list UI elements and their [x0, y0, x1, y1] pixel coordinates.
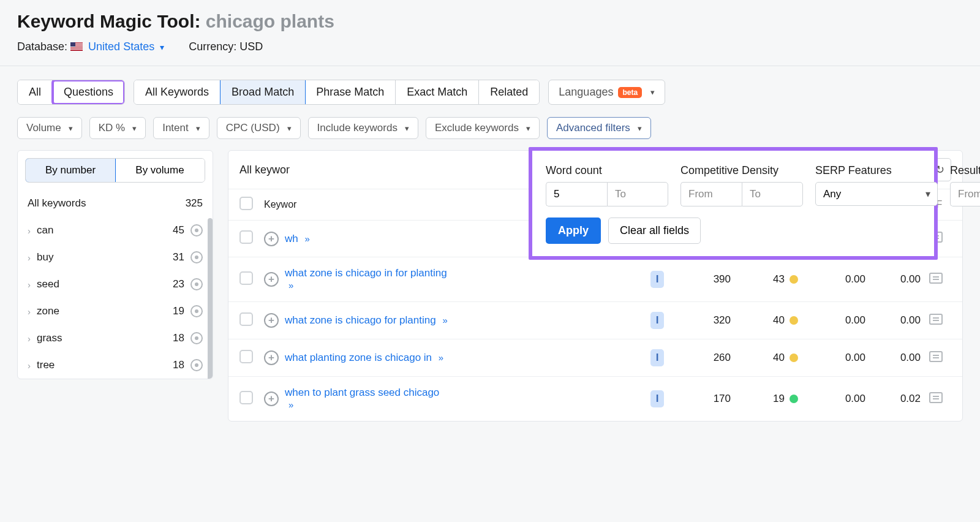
results-from[interactable] — [950, 182, 980, 206]
tab-all-keywords[interactable]: All Keywords — [134, 80, 221, 104]
filter-intent[interactable]: Intent▾ — [153, 117, 209, 139]
tab-exact-match[interactable]: Exact Match — [396, 80, 479, 104]
tab-phrase-match[interactable]: Phrase Match — [305, 80, 396, 104]
sidebar-item-label: zone — [37, 305, 59, 317]
cell-com: 0.00 — [865, 273, 921, 286]
eye-icon[interactable] — [190, 251, 203, 263]
scrollbar[interactable] — [208, 218, 213, 379]
filter-include-keywords[interactable]: Include keywords▾ — [308, 117, 418, 139]
filter-row-1: All Questions All Keywords Broad Match P… — [0, 66, 980, 111]
sidebar-all-keywords[interactable]: All keywords 325 — [18, 190, 213, 217]
sort-by-volume[interactable]: By volume — [115, 159, 205, 182]
languages-dropdown[interactable]: Languages beta ▾ — [548, 80, 665, 105]
eye-icon[interactable] — [190, 224, 203, 236]
row-checkbox[interactable] — [239, 391, 253, 404]
sidebar-item[interactable]: › can 45 — [18, 217, 213, 244]
chevron-down-icon: ▾ — [526, 124, 530, 133]
double-chevron-icon: » — [442, 315, 447, 325]
main-title: All keywor — [239, 164, 290, 176]
database-selector[interactable]: Database: United States ▾ — [17, 40, 164, 53]
sort-by-number[interactable]: By number — [25, 158, 116, 183]
languages-label: Languages — [559, 86, 613, 99]
serp-feature-icon[interactable] — [929, 273, 943, 284]
chevron-down-icon: ▾ — [650, 88, 655, 97]
word-count-to[interactable] — [607, 182, 668, 206]
eye-icon[interactable] — [190, 332, 203, 344]
filter-volume[interactable]: Volume▾ — [17, 117, 82, 139]
expand-icon[interactable]: + — [264, 350, 279, 365]
serp-feature-icon[interactable] — [929, 392, 943, 403]
cell-volume: 170 — [676, 393, 731, 405]
competitive-from[interactable] — [680, 182, 742, 206]
sidebar-item-count: 31 — [173, 251, 184, 263]
row-checkbox[interactable] — [239, 350, 253, 363]
filter-exclude-keywords[interactable]: Exclude keywords▾ — [426, 117, 540, 139]
header-meta: Database: United States ▾ Currency: USD — [17, 40, 963, 53]
chevron-down-icon: ▾ — [638, 124, 642, 133]
cell-cpc: 0.00 — [798, 352, 865, 364]
select-all-checkbox[interactable] — [239, 197, 253, 210]
filter-kd[interactable]: KD %▾ — [89, 117, 146, 139]
main-panel: All keywor list ↻ Keywor om. SF + wh » .… — [228, 150, 963, 422]
double-chevron-icon: » — [439, 352, 443, 363]
sidebar-item[interactable]: › tree 18 — [18, 352, 213, 379]
word-count-from[interactable] — [546, 182, 607, 206]
sidebar-item-count: 19 — [173, 305, 184, 317]
competitive-density-group: Competitive Density — [680, 164, 803, 206]
filter-cpc[interactable]: CPC (USD)▾ — [217, 117, 301, 139]
chevron-down-icon: ▾ — [287, 124, 292, 133]
eye-icon[interactable] — [190, 278, 203, 290]
sidebar-item[interactable]: › zone 19 — [18, 298, 213, 325]
expand-icon[interactable]: + — [264, 313, 279, 328]
keyword-link[interactable]: when to plant grass seed chicago» — [285, 387, 439, 411]
sidebar-item-count: 18 — [173, 332, 184, 344]
tab-questions[interactable]: Questions — [53, 80, 124, 104]
tab-all[interactable]: All — [18, 80, 53, 104]
tab-broad-match[interactable]: Broad Match — [220, 80, 306, 105]
keyword-link[interactable]: what zone is chicago in for planting» — [285, 267, 447, 292]
sidebar-item[interactable]: › buy 31 — [18, 244, 213, 271]
kd-dot-icon — [790, 354, 798, 362]
expand-icon[interactable]: + — [264, 392, 279, 406]
row-checkbox[interactable] — [239, 230, 253, 244]
row-checkbox[interactable] — [239, 271, 253, 285]
eye-icon[interactable] — [190, 305, 203, 317]
cell-com: 0.00 — [865, 314, 921, 327]
cell-com: 0.00 — [865, 352, 921, 364]
table-row: + what zone is chicago for planting » I … — [228, 301, 962, 339]
keyword-link[interactable]: what planting zone is chicago in » — [285, 352, 443, 364]
eye-icon[interactable] — [190, 359, 203, 371]
tab-related[interactable]: Related — [479, 80, 539, 104]
database-value: United States — [88, 40, 154, 53]
filter-row-2: Volume▾ KD %▾ Intent▾ CPC (USD)▾ Include… — [0, 111, 980, 150]
competitive-to[interactable] — [742, 182, 803, 206]
row-checkbox[interactable] — [239, 312, 253, 326]
keyword-link[interactable]: wh » — [285, 233, 310, 245]
sort-toggle: By number By volume — [25, 158, 205, 183]
clear-all-button[interactable]: Clear all fields — [608, 218, 701, 244]
serp-feature-icon[interactable] — [929, 351, 943, 362]
intent-badge: I — [650, 271, 665, 288]
apply-button[interactable]: Apply — [546, 218, 601, 244]
double-chevron-icon: » — [288, 399, 293, 410]
sidebar: By number By volume All keywords 325 › c… — [17, 150, 213, 379]
filter-advanced[interactable]: Advanced filters▾ — [547, 117, 651, 139]
cell-kd: 43 — [731, 273, 798, 286]
serp-feature-icon[interactable] — [929, 314, 943, 325]
expand-icon[interactable]: + — [264, 232, 279, 246]
sidebar-item-label: buy — [37, 251, 53, 263]
query-text: chicago plants — [206, 11, 334, 31]
serp-features-select[interactable]: Any — [815, 182, 938, 206]
tool-label: Keyword Magic Tool: — [17, 11, 200, 31]
expand-icon[interactable]: + — [264, 272, 279, 287]
kd-dot-icon — [790, 395, 798, 403]
cell-cpc: 0.00 — [798, 314, 865, 327]
chevron-right-icon: › — [28, 225, 31, 236]
sidebar-item-label: tree — [37, 359, 55, 371]
col-keyword: Keywor — [264, 199, 296, 210]
keyword-link[interactable]: what zone is chicago for planting » — [285, 314, 448, 327]
advanced-filters-popover: Word count Competitive Density SERP Feat… — [529, 147, 938, 260]
sidebar-item[interactable]: › grass 18 — [18, 325, 213, 352]
sidebar-item[interactable]: › seed 23 — [18, 271, 213, 298]
chevron-down-icon: ▾ — [196, 124, 200, 133]
